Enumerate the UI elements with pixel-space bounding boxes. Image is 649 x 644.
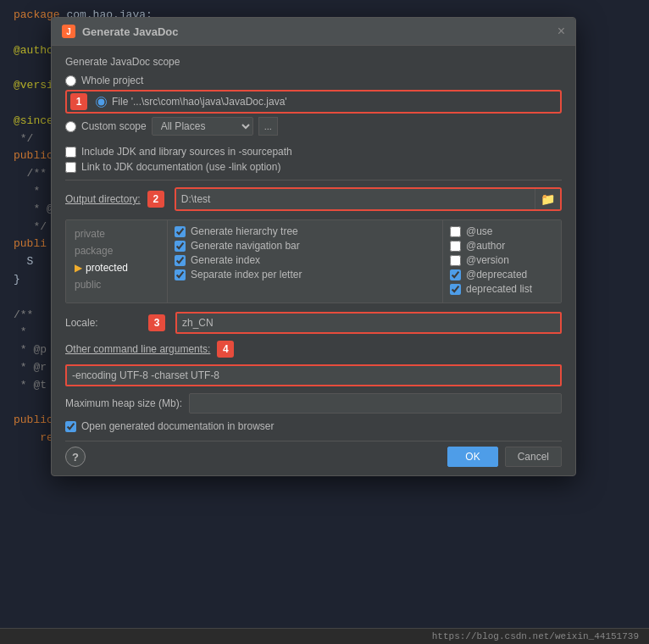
option-author-label: @author — [466, 240, 505, 252]
include-jdk-row[interactable]: Include JDK and library sources in -sour… — [65, 146, 562, 158]
url-bar: https://blog.csdn.net/weixin_44151739 — [0, 628, 649, 644]
link-jdk-label: Link to JDK documentation (use -link opt… — [81, 161, 280, 173]
open-browser-label: Open generated documentation in browser — [81, 420, 274, 432]
scope-browse-button[interactable]: ... — [258, 117, 278, 136]
generate-javadoc-dialog: J Generate JavaDoc × Generate JavaDoc sc… — [51, 17, 576, 476]
option-deprecated-list[interactable]: deprecated list — [450, 283, 554, 295]
output-dir-input-wrap: 📁 — [175, 187, 562, 211]
divider-1 — [65, 180, 562, 180]
option-author[interactable]: @author — [450, 240, 554, 252]
ok-button[interactable]: OK — [447, 447, 497, 467]
output-dir-input[interactable] — [176, 189, 535, 209]
middle-section: private package ▶ protected public Gener… — [65, 219, 562, 303]
dialog-title-text: Generate JavaDoc — [82, 25, 178, 38]
visibility-private[interactable]: private — [66, 225, 167, 242]
heap-size-label: Maximum heap size (Mb): — [65, 397, 182, 409]
visibility-public-label: public — [75, 279, 101, 291]
option-separate-index[interactable]: Separate index per letter — [175, 269, 435, 280]
option-generate-index-checkbox[interactable] — [175, 255, 186, 266]
visibility-package-label: package — [75, 245, 113, 257]
option-deprecated-checkbox[interactable] — [450, 269, 461, 280]
visibility-public[interactable]: public — [66, 276, 167, 293]
dialog-icon: J — [62, 25, 75, 38]
scope-custom[interactable]: Custom scope — [65, 120, 147, 132]
open-browser-checkbox[interactable] — [65, 421, 76, 432]
dialog-body: Generate JavaDoc scope Whole project 1 F… — [52, 46, 575, 475]
scope-whole-project-radio[interactable] — [65, 75, 76, 86]
left-options-panel: Generate hierarchy tree Generate navigat… — [168, 220, 442, 303]
locale-row: Locale: 3 — [65, 312, 562, 334]
heap-size-row: Maximum heap size (Mb): — [65, 393, 562, 414]
option-use-checkbox[interactable] — [450, 226, 461, 237]
locale-label: Locale: — [65, 317, 141, 329]
right-options-panel: @use @author @version @deprecated deprec… — [442, 220, 561, 303]
other-args-row: Other command line arguments: 4 — [65, 341, 562, 358]
heap-size-input[interactable] — [189, 393, 562, 414]
scope-custom-row: Custom scope All Places ... — [65, 117, 562, 136]
scope-whole-project[interactable]: Whole project — [65, 75, 562, 86]
other-args-input[interactable] — [65, 364, 562, 386]
option-author-checkbox[interactable] — [450, 241, 461, 252]
link-jdk-checkbox[interactable] — [65, 162, 76, 173]
option-navigation-bar-label: Generate navigation bar — [191, 240, 300, 252]
other-args-label: Other command line arguments: — [65, 343, 210, 355]
other-args-input-row — [65, 364, 562, 386]
scope-custom-radio[interactable] — [65, 121, 76, 132]
option-navigation-bar-checkbox[interactable] — [175, 241, 186, 252]
badge-4: 4 — [217, 341, 234, 358]
link-jdk-row[interactable]: Link to JDK documentation (use -link opt… — [65, 161, 562, 173]
option-deprecated-label: @deprecated — [466, 269, 527, 280]
dialog-close-button[interactable]: × — [557, 25, 565, 38]
include-jdk-label: Include JDK and library sources in -sour… — [81, 146, 292, 158]
scope-file-label: File '...\src\com\hao\java\JavaDoc.java' — [112, 96, 287, 108]
cancel-button[interactable]: Cancel — [505, 447, 562, 467]
option-version-label: @version — [466, 254, 509, 266]
help-button[interactable]: ? — [65, 447, 86, 467]
option-separate-index-label: Separate index per letter — [191, 269, 302, 280]
option-generate-index-label: Generate index — [191, 254, 260, 266]
option-deprecated-list-label: deprecated list — [466, 283, 532, 295]
include-jdk-checkbox[interactable] — [65, 147, 76, 158]
locale-input[interactable] — [175, 312, 562, 334]
dialog-title-left: J Generate JavaDoc — [62, 25, 178, 38]
scope-radio-group: Whole project 1 File '...\src\com\hao\ja… — [65, 75, 562, 139]
option-use[interactable]: @use — [450, 225, 554, 237]
option-generate-index[interactable]: Generate index — [175, 254, 435, 266]
url-text: https://blog.csdn.net/weixin_44151739 — [432, 631, 639, 641]
scope-custom-dropdown[interactable]: All Places — [152, 117, 253, 136]
badge-1: 1 — [70, 93, 87, 110]
scope-file-radio[interactable] — [96, 97, 107, 108]
scope-section-label: Generate JavaDoc scope — [65, 56, 562, 68]
visibility-private-label: private — [75, 228, 105, 240]
scope-file[interactable]: 1 File '...\src\com\hao\java\JavaDoc.jav… — [65, 90, 562, 114]
open-browser-row[interactable]: Open generated documentation in browser — [65, 420, 562, 432]
visibility-package[interactable]: package — [66, 242, 167, 259]
option-deprecated-list-checkbox[interactable] — [450, 284, 461, 295]
option-deprecated[interactable]: @deprecated — [450, 269, 554, 280]
dialog-buttons: ? OK Cancel — [65, 441, 562, 467]
visibility-arrow-icon: ▶ — [75, 262, 82, 274]
output-dir-label: Output directory: — [65, 193, 141, 205]
output-dir-row: Output directory: 2 📁 — [65, 187, 562, 211]
option-hierarchy-tree[interactable]: Generate hierarchy tree — [175, 225, 435, 237]
option-hierarchy-tree-label: Generate hierarchy tree — [191, 225, 298, 237]
scope-custom-label: Custom scope — [81, 120, 147, 132]
option-separate-index-checkbox[interactable] — [175, 269, 186, 280]
output-dir-browse-button[interactable]: 📁 — [535, 189, 560, 209]
option-hierarchy-tree-checkbox[interactable] — [175, 226, 186, 237]
visibility-protected-label: protected — [86, 262, 128, 274]
visibility-protected[interactable]: ▶ protected — [66, 259, 167, 276]
option-use-label: @use — [466, 225, 493, 237]
option-version-checkbox[interactable] — [450, 255, 461, 266]
badge-2: 2 — [147, 191, 164, 208]
badge-3: 3 — [148, 314, 165, 331]
option-navigation-bar[interactable]: Generate navigation bar — [175, 240, 435, 252]
visibility-panel: private package ▶ protected public — [66, 220, 168, 303]
scope-whole-project-label: Whole project — [81, 75, 143, 86]
dialog-titlebar: J Generate JavaDoc × — [52, 18, 575, 46]
option-version[interactable]: @version — [450, 254, 554, 266]
